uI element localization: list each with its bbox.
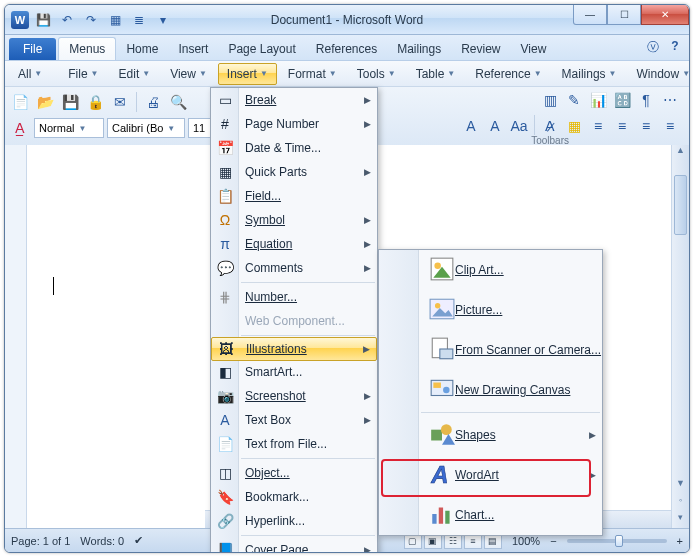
justify-icon[interactable]: ≡ xyxy=(659,115,681,137)
submenu-scanner[interactable]: From Scanner or Camera... xyxy=(379,330,602,370)
align-center-icon[interactable]: ≡ xyxy=(611,115,633,137)
highlight-icon[interactable]: A xyxy=(484,115,506,137)
preview-icon[interactable]: 🔍 xyxy=(167,91,189,113)
insert-date-time[interactable]: 📅Date & Time... xyxy=(211,136,377,160)
drawing-icon[interactable]: ✎ xyxy=(563,89,585,111)
submenu-shapes[interactable]: Shapes▶ xyxy=(379,415,602,455)
style-combo[interactable]: Normal▼ xyxy=(34,118,104,138)
submenu-chart[interactable]: Chart... xyxy=(379,495,602,535)
more-icon[interactable]: ⋯ xyxy=(659,89,681,111)
tab-review[interactable]: Review xyxy=(451,38,510,60)
insert-text-from-file[interactable]: 📄Text from File... xyxy=(211,432,377,456)
print-icon[interactable]: 🖨 xyxy=(142,91,164,113)
minimize-ribbon-icon[interactable]: ⓥ xyxy=(645,39,661,56)
comment-icon: 💬 xyxy=(215,258,235,278)
align-right-icon[interactable]: ≡ xyxy=(635,115,657,137)
menu-file[interactable]: File▼ xyxy=(59,63,107,85)
undo-icon[interactable]: ↶ xyxy=(57,10,77,30)
styles-icon[interactable]: A̲ xyxy=(9,117,31,139)
menu-reference[interactable]: Reference▼ xyxy=(466,63,550,85)
insert-text-box[interactable]: AText Box▶ xyxy=(211,408,377,432)
next-page-icon[interactable]: ▾ xyxy=(672,512,689,528)
open-icon[interactable]: 📂 xyxy=(34,91,56,113)
scroll-up-icon[interactable]: ▲ xyxy=(672,145,689,161)
insert-comments[interactable]: 💬Comments▶ xyxy=(211,256,377,280)
menu-window[interactable]: Window▼ xyxy=(628,63,690,85)
table-icon[interactable]: ▦ xyxy=(105,10,125,30)
insert-symbol[interactable]: ΩSymbol▶ xyxy=(211,208,377,232)
status-page[interactable]: Page: 1 of 1 xyxy=(11,535,70,547)
insert-illustrations[interactable]: 🖼Illustrations▶ xyxy=(211,337,377,361)
close-button[interactable]: ✕ xyxy=(641,5,689,25)
para-icon[interactable]: ¶ xyxy=(635,89,657,111)
qat-customize-icon[interactable]: ▾ xyxy=(153,10,173,30)
fill-icon[interactable]: ▦ xyxy=(563,115,585,137)
chart-icon[interactable]: 📊 xyxy=(587,89,609,111)
redo-icon[interactable]: ↷ xyxy=(81,10,101,30)
save-icon[interactable]: 💾 xyxy=(33,10,53,30)
font-color-icon[interactable]: A xyxy=(460,115,482,137)
insert-hyperlink[interactable]: 🔗Hyperlink... xyxy=(211,509,377,533)
insert-number[interactable]: ⋕Number... xyxy=(211,285,377,309)
submenu-picture[interactable]: Picture... xyxy=(379,290,602,330)
map-icon[interactable]: 🔠 xyxy=(611,89,633,111)
tab-view[interactable]: View xyxy=(511,38,557,60)
zoom-level[interactable]: 100% xyxy=(512,535,540,547)
insert-equation[interactable]: πEquation▶ xyxy=(211,232,377,256)
insert-field[interactable]: 📋Field... xyxy=(211,184,377,208)
maximize-button[interactable]: ☐ xyxy=(607,5,641,25)
menu-format[interactable]: Format▼ xyxy=(279,63,346,85)
status-proof-icon[interactable]: ✔ xyxy=(134,534,143,547)
submenu-clip-art[interactable]: Clip Art... xyxy=(379,250,602,290)
submenu-wordart[interactable]: A WordArt▶ xyxy=(379,455,602,495)
new-icon[interactable]: 📄 xyxy=(9,91,31,113)
picture-icon xyxy=(429,296,455,325)
menu-mailings[interactable]: Mailings▼ xyxy=(553,63,626,85)
status-words[interactable]: Words: 0 xyxy=(80,535,124,547)
change-case-icon[interactable]: Aa xyxy=(508,115,530,137)
tab-page-layout[interactable]: Page Layout xyxy=(218,38,305,60)
menu-tools[interactable]: Tools▼ xyxy=(348,63,405,85)
textbox-icon: A xyxy=(215,410,235,430)
insert-bookmark[interactable]: 🔖Bookmark... xyxy=(211,485,377,509)
insert-smartart[interactable]: ◧SmartArt... xyxy=(211,360,377,384)
mail-icon[interactable]: ✉ xyxy=(109,91,131,113)
tab-menus[interactable]: Menus xyxy=(58,37,116,60)
list-icon[interactable]: ≣ xyxy=(129,10,149,30)
zoom-in-icon[interactable]: + xyxy=(677,535,683,547)
insert-quick-parts[interactable]: ▦Quick Parts▶ xyxy=(211,160,377,184)
permission-icon[interactable]: 🔒 xyxy=(84,91,106,113)
word-logo-icon[interactable]: W xyxy=(11,11,29,29)
align-left-icon[interactable]: ≡ xyxy=(587,115,609,137)
scroll-down-icon[interactable]: ▼ xyxy=(672,478,689,494)
tab-home[interactable]: Home xyxy=(116,38,168,60)
menu-table[interactable]: Table▼ xyxy=(407,63,465,85)
tab-insert[interactable]: Insert xyxy=(168,38,218,60)
zoom-out-icon[interactable]: − xyxy=(550,535,556,547)
insert-break[interactable]: ▭Break▶ xyxy=(211,88,377,112)
menu-all[interactable]: All▼ xyxy=(9,63,51,85)
zoom-slider[interactable] xyxy=(567,539,667,543)
minimize-button[interactable]: — xyxy=(573,5,607,25)
scroll-thumb[interactable] xyxy=(674,175,687,235)
submenu-canvas[interactable]: New Drawing Canvas xyxy=(379,370,602,410)
menu-edit[interactable]: Edit▼ xyxy=(110,63,160,85)
insert-object[interactable]: ◫Object... xyxy=(211,461,377,485)
columns-icon[interactable]: ▥ xyxy=(539,89,561,111)
symbol-icon: Ω xyxy=(215,210,235,230)
classic-menubar: All▼ File▼ Edit▼ View▼ Insert▼ Format▼ T… xyxy=(5,61,689,87)
prev-page-icon[interactable]: ◦ xyxy=(672,495,689,511)
menu-view[interactable]: View▼ xyxy=(161,63,216,85)
tab-references[interactable]: References xyxy=(306,38,387,60)
clear-format-icon[interactable]: A̷ xyxy=(539,115,561,137)
help-icon[interactable]: ? xyxy=(667,39,683,56)
vertical-scrollbar[interactable]: ▲ ▼ ◦ ▾ xyxy=(671,145,689,528)
menu-insert[interactable]: Insert▼ xyxy=(218,63,277,85)
insert-screenshot[interactable]: 📷Screenshot▶ xyxy=(211,384,377,408)
tab-mailings[interactable]: Mailings xyxy=(387,38,451,60)
insert-page-number[interactable]: #Page Number▶ xyxy=(211,112,377,136)
insert-cover-page[interactable]: 📘Cover Page▶ xyxy=(211,538,377,553)
tab-file[interactable]: File xyxy=(9,38,56,60)
font-combo[interactable]: Calibri (Bo▼ xyxy=(107,118,185,138)
save-icon[interactable]: 💾 xyxy=(59,91,81,113)
